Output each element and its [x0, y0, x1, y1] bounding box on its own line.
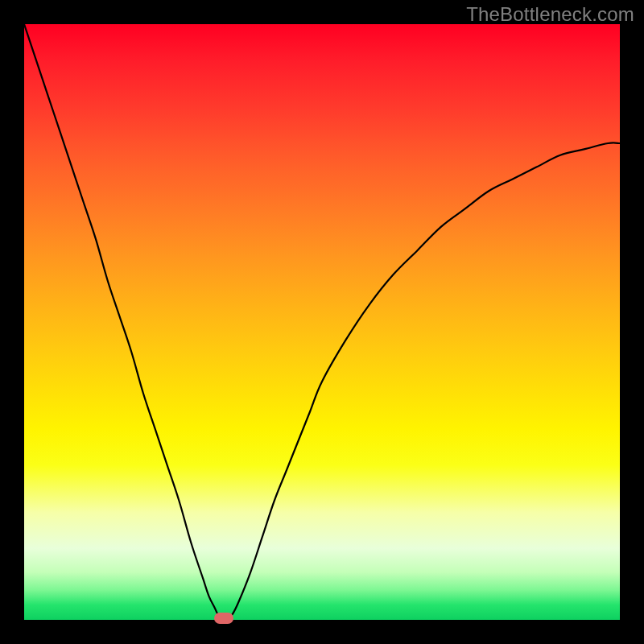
plot-area: [24, 24, 620, 620]
bottleneck-curve: [24, 24, 620, 620]
optimum-marker: [214, 613, 233, 624]
chart-frame: TheBottleneck.com: [0, 0, 644, 644]
watermark-text: TheBottleneck.com: [466, 3, 634, 26]
